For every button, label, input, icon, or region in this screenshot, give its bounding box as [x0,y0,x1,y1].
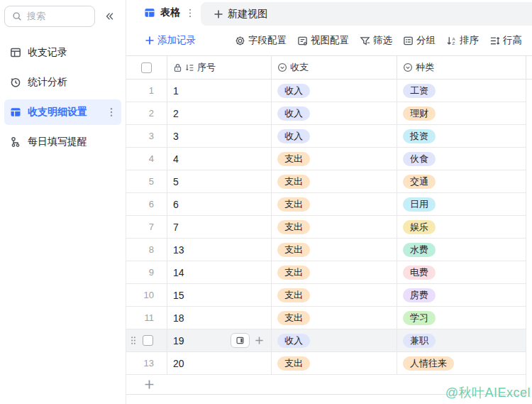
type-cell[interactable]: 支出 [272,170,397,192]
sort-button[interactable]: A Z 排序 [446,34,479,47]
category-cell[interactable]: 电费 [397,261,526,283]
row-index-cell[interactable]: 8 [126,239,167,261]
serial-cell[interactable]: 18 [167,307,272,329]
table-row[interactable]: 7 7 支出 娱乐 [126,216,526,239]
row-index-cell[interactable]: 10 [126,284,167,306]
serial-cell[interactable]: 5 [167,170,272,192]
table-row[interactable]: 1 1 收入 工资 [126,80,526,102]
serial-cell[interactable]: 3 [167,125,272,147]
collapse-sidebar-icon[interactable] [104,11,115,21]
row-index-cell[interactable]: 2 [126,102,167,124]
type-cell[interactable]: 收入 [272,329,397,351]
category-cell[interactable]: 兼职 [397,329,526,351]
org-icon [10,136,21,148]
add-record-button[interactable]: 添加记录 [145,34,196,47]
row-index: 5 [149,176,154,187]
category-cell[interactable]: 学习 [397,307,526,329]
serial-value: 5 [173,176,179,187]
category-cell[interactable]: 日用 [397,193,526,215]
type-cell[interactable]: 收入 [272,125,397,147]
table-row[interactable]: 4 4 支出 伙食 [126,148,526,170]
serial-cell[interactable]: 7 [167,216,272,238]
type-cell[interactable]: 支出 [272,261,397,283]
column-label: 收支 [290,61,309,74]
table-row[interactable]: 2 2 收入 理财 [126,102,526,125]
column-header-type[interactable]: 收支 [272,56,397,79]
bitable-app: 搜索 收支记录 [0,0,532,404]
plus-icon [214,9,223,19]
sidebar-item-statistics[interactable]: 统计分析 [4,70,121,95]
group-icon [403,36,414,46]
category-cell[interactable]: 娱乐 [397,216,526,238]
group-button[interactable]: 分组 [403,34,436,47]
category-cell[interactable]: 房费 [397,284,526,306]
row-index-cell[interactable]: 12 [126,329,167,351]
type-cell[interactable]: 收入 [272,102,397,124]
table-row[interactable]: 12 19 收入 兼职 [126,329,526,352]
table-row[interactable]: 3 3 收入 投资 [126,125,526,148]
category-cell[interactable]: 理财 [397,102,526,124]
serial-cell[interactable]: 1 [167,80,272,102]
row-height-button[interactable]: 行高 [489,34,522,47]
row-index-cell[interactable]: 7 [126,216,167,238]
more-vertical-icon[interactable] [107,107,116,117]
sidebar-item-daily-reminder[interactable]: 每日填写提醒 [4,129,121,155]
category-cell[interactable]: 人情往来 [397,352,526,374]
category-cell[interactable]: 伙食 [397,148,526,170]
table-row[interactable]: 8 13 支出 水费 [126,239,526,261]
expand-record-button[interactable] [231,333,250,348]
row-index-cell[interactable]: 3 [126,125,167,147]
type-cell[interactable]: 支出 [272,284,397,306]
column-header-serial[interactable]: 序号 [167,56,272,79]
row-index-cell[interactable]: 13 [126,352,167,374]
serial-cell[interactable]: 15 [167,284,272,306]
category-tag: 交通 [403,175,436,189]
category-cell[interactable]: 交通 [397,170,526,192]
table-icon [10,107,21,118]
type-cell[interactable]: 支出 [272,148,397,170]
serial-cell[interactable]: 4 [167,148,272,170]
row-index-cell[interactable]: 9 [126,261,167,283]
more-vertical-icon[interactable] [187,9,194,18]
filter-button[interactable]: 筛选 [360,34,392,47]
type-cell[interactable]: 支出 [272,239,397,261]
type-cell[interactable]: 支出 [272,352,397,374]
insert-row-icon[interactable] [255,336,264,345]
category-cell[interactable]: 水费 [397,239,526,261]
drag-handle-icon[interactable] [131,336,136,345]
serial-cell[interactable]: 20 [167,352,272,374]
row-index-cell[interactable]: 6 [126,193,167,215]
table-row[interactable]: 5 5 支出 交通 [126,170,526,193]
serial-cell[interactable]: 19 [167,329,272,351]
row-index-cell[interactable]: 11 [126,307,167,329]
row-index-cell[interactable]: 1 [126,80,167,102]
view-config-button[interactable]: 视图配置 [297,34,349,47]
field-config-button[interactable]: 字段配置 [235,34,287,47]
serial-cell[interactable]: 14 [167,261,272,283]
table-row[interactable]: 6 6 支出 日用 [126,193,526,216]
type-cell[interactable]: 支出 [272,193,397,215]
tab-grid-view[interactable]: 表格 [126,0,201,26]
sidebar-item-income-expense-records[interactable]: 收支记录 [4,40,121,65]
category-cell[interactable]: 工资 [397,80,526,102]
type-cell[interactable]: 支出 [272,216,397,238]
select-all-checkbox[interactable] [141,62,152,73]
serial-cell[interactable]: 13 [167,239,272,261]
new-view-button[interactable]: 新建视图 [201,8,267,21]
table-row[interactable]: 13 20 支出 人情往来 [126,352,526,375]
serial-cell[interactable]: 2 [167,102,272,124]
type-cell[interactable]: 支出 [272,307,397,329]
table-row[interactable]: 10 15 支出 房费 [126,284,526,307]
search-input[interactable]: 搜索 [4,6,95,27]
row-index: 9 [149,267,154,278]
row-index-cell[interactable]: 5 [126,170,167,192]
table-row[interactable]: 11 18 支出 学习 [126,307,526,329]
category-cell[interactable]: 投资 [397,125,526,147]
type-cell[interactable]: 收入 [272,80,397,102]
table-row[interactable]: 9 14 支出 电费 [126,261,526,284]
serial-cell[interactable]: 6 [167,193,272,215]
column-header-category[interactable]: 种类 [397,56,526,79]
row-index-cell[interactable]: 4 [126,148,167,170]
row-checkbox[interactable] [143,335,153,346]
sidebar-item-detail-settings[interactable]: 收支明细设置 [4,99,121,125]
